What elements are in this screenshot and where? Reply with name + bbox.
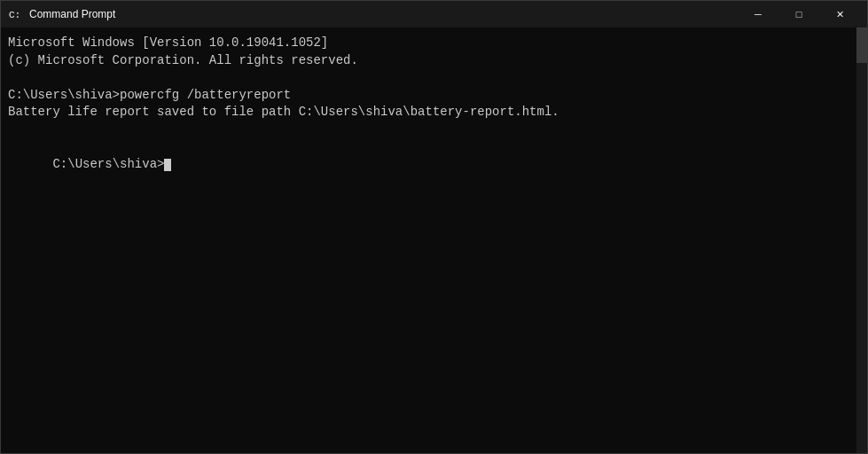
title-bar: C: C: Command Prompt ─ □ ✕ [1,1,867,27]
cursor-block [164,159,171,171]
console-line: Battery life report saved to file path C… [8,104,860,121]
cmd-icon: C: C: [8,7,22,21]
console-line: Microsoft Windows [Version 10.0.19041.10… [8,35,860,52]
console-prompt-line: C:\Users\shiva> [8,139,860,192]
close-button[interactable]: ✕ [819,1,860,27]
minimize-button[interactable]: ─ [738,1,778,27]
svg-text:C:: C: [9,10,20,20]
console-blank-line [8,121,860,139]
console-blank-line [8,69,860,87]
console-line: C:\Users\shiva>powercfg /batteryreport [8,87,860,105]
maximize-button[interactable]: □ [778,1,819,27]
scrollbar-thumb[interactable] [856,27,867,63]
console-area[interactable]: Microsoft Windows [Version 10.0.19041.10… [1,27,867,453]
cmd-window: C: C: Command Prompt ─ □ ✕ Microsoft Win… [0,0,868,454]
window-title: Command Prompt [29,8,738,20]
console-line: (c) Microsoft Corporation. All rights re… [8,52,860,70]
window-controls: ─ □ ✕ [738,1,860,27]
scrollbar[interactable] [856,27,867,453]
